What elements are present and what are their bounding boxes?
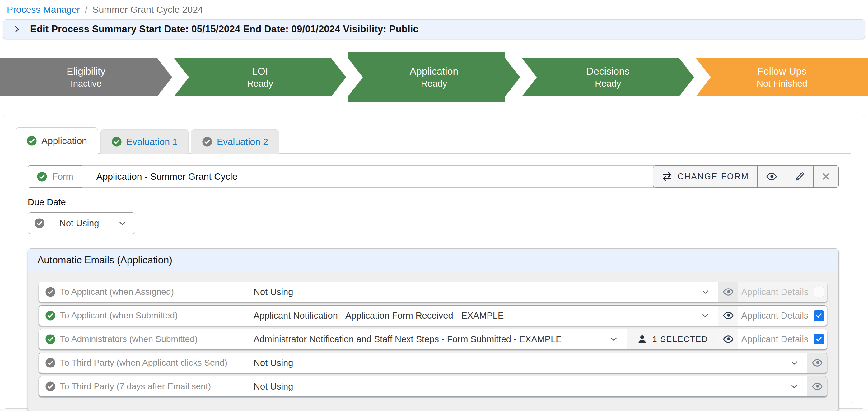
form-row: Form Application - Summer Grant Cycle CH…	[28, 165, 839, 188]
form-badge: Form	[28, 165, 83, 188]
email-template-select[interactable]: Not Using	[245, 282, 718, 302]
due-date-select[interactable]: Not Using	[51, 213, 135, 234]
applicant-details-toggle[interactable]: Applicant Details	[738, 329, 827, 349]
stage-settings-card: Application Evaluation 1 Evaluation 2 Fo…	[3, 115, 865, 409]
person-icon	[637, 334, 647, 344]
tab-evaluation-2[interactable]: Evaluation 2	[191, 129, 279, 153]
change-form-button[interactable]: CHANGE FORM	[653, 166, 757, 187]
eye-icon	[811, 380, 823, 392]
email-row-applicant-submitted: To Applicant (when Submitted) Applicant …	[38, 305, 827, 326]
email-template-select[interactable]: Applicant Notification - Application For…	[245, 306, 718, 326]
tab-application[interactable]: Application	[16, 128, 98, 153]
check-circle-icon	[37, 171, 47, 182]
applicant-details-checkbox[interactable]	[813, 287, 824, 297]
edit-process-summary-bar[interactable]: Edit Process Summary Start Date: 05/15/2…	[3, 19, 865, 39]
process-stage-bar: Eligibility Inactive LOI Ready Applicati…	[0, 52, 868, 102]
breadcrumb-current: Summer Grant Cycle 2024	[92, 4, 203, 15]
chevron-right-icon	[12, 25, 22, 34]
preview-email-button[interactable]	[807, 353, 827, 373]
check-circle-icon	[112, 136, 122, 147]
tab-evaluation-1[interactable]: Evaluation 1	[100, 129, 189, 153]
chevron-down-icon	[789, 358, 799, 368]
preview-email-button[interactable]	[718, 282, 738, 302]
stage-eligibility[interactable]: Eligibility Inactive	[0, 58, 172, 96]
eye-icon	[722, 286, 734, 298]
due-date-value: Not Using	[59, 218, 99, 229]
email-row-label: To Third Party (when Applicant clicks Se…	[60, 358, 227, 368]
chevron-down-icon	[118, 218, 127, 228]
breadcrumb-link-process-manager[interactable]: Process Manager	[7, 4, 80, 15]
eye-icon	[722, 333, 734, 345]
automatic-emails-header: Automatic Emails (Application)	[28, 249, 838, 271]
swap-arrows-icon	[661, 171, 673, 182]
due-date-control: Not Using	[28, 212, 135, 234]
email-row-label: To Applicant (when Assigned)	[60, 287, 174, 297]
email-template-select[interactable]: Not Using	[245, 376, 807, 397]
check-circle-icon	[45, 287, 56, 297]
eye-icon	[722, 310, 734, 321]
email-row-third-party-7-days: To Third Party (7 days after Email sent)…	[38, 376, 827, 397]
form-actions: CHANGE FORM ✕	[653, 165, 839, 188]
email-row-label: To Applicant (when Submitted)	[60, 311, 178, 320]
check-circle-icon	[202, 136, 213, 147]
email-row-label: To Administrators (when Submitted)	[60, 334, 197, 344]
due-date-label: Due Date	[28, 197, 839, 207]
check-circle-icon	[45, 310, 56, 321]
edit-form-button[interactable]	[785, 166, 813, 187]
email-row-third-party-send: To Third Party (when Applicant clicks Se…	[38, 352, 827, 373]
preview-email-button[interactable]	[718, 306, 738, 326]
tab-label: Evaluation 2	[217, 136, 268, 147]
stage-loi[interactable]: LOI Ready	[174, 58, 346, 96]
remove-form-button[interactable]: ✕	[813, 166, 839, 187]
chevron-down-icon	[789, 382, 799, 391]
chevron-down-icon	[609, 335, 619, 344]
check-circle-icon	[45, 381, 56, 392]
tab-label: Evaluation 1	[126, 136, 178, 147]
summary-text: Edit Process Summary Start Date: 05/15/2…	[30, 24, 418, 35]
applicant-details-toggle[interactable]: Applicant Details	[738, 282, 827, 302]
automatic-emails-panel: Automatic Emails (Application) To Applic…	[28, 248, 839, 411]
email-template-select[interactable]: Not Using	[245, 353, 807, 373]
email-row-applicant-assigned: To Applicant (when Assigned) Not Using A…	[38, 282, 827, 302]
automatic-emails-body: To Applicant (when Assigned) Not Using A…	[28, 271, 838, 411]
tab-label: Application	[41, 136, 87, 146]
form-title: Application - Summer Grant Cycle	[82, 166, 653, 187]
check-circle-icon	[34, 218, 45, 229]
email-row-administrators-submitted: To Administrators (when Submitted) Admin…	[38, 329, 827, 349]
breadcrumb-separator: /	[85, 4, 87, 15]
preview-form-button[interactable]	[757, 166, 785, 187]
applicant-details-checkbox[interactable]	[813, 334, 824, 344]
stage-decisions[interactable]: Decisions Ready	[522, 58, 694, 96]
stage-application[interactable]: Application Ready	[348, 52, 520, 102]
tab-bar: Application Evaluation 1 Evaluation 2	[16, 128, 865, 153]
email-template-select[interactable]: Administrator Notification and Staff Nex…	[245, 329, 627, 349]
breadcrumb: Process Manager / Summer Grant Cycle 202…	[0, 0, 868, 16]
check-circle-icon	[26, 136, 37, 146]
applicant-details-checkbox[interactable]	[813, 310, 824, 321]
preview-email-button[interactable]	[718, 329, 738, 349]
form-badge-label: Form	[52, 172, 73, 182]
pencil-icon	[794, 171, 805, 182]
check-circle-icon	[45, 357, 56, 368]
close-icon: ✕	[822, 170, 831, 183]
recipients-selected-button[interactable]: 1 SELECTED	[627, 329, 718, 349]
eye-icon	[766, 171, 777, 182]
stage-follow-ups[interactable]: Follow Ups Not Finished	[696, 58, 868, 96]
check-circle-icon	[45, 334, 56, 344]
change-form-label: CHANGE FORM	[678, 172, 749, 181]
preview-email-button[interactable]	[807, 376, 827, 397]
chevron-down-icon	[701, 311, 710, 320]
application-tab-panel: Form Application - Summer Grant Cycle CH…	[16, 153, 852, 403]
due-date-status-cell	[28, 213, 51, 234]
eye-icon	[811, 357, 823, 369]
email-row-label: To Third Party (7 days after Email sent)	[60, 381, 211, 391]
applicant-details-toggle[interactable]: Applicant Details	[738, 306, 827, 326]
chevron-down-icon	[701, 287, 710, 297]
